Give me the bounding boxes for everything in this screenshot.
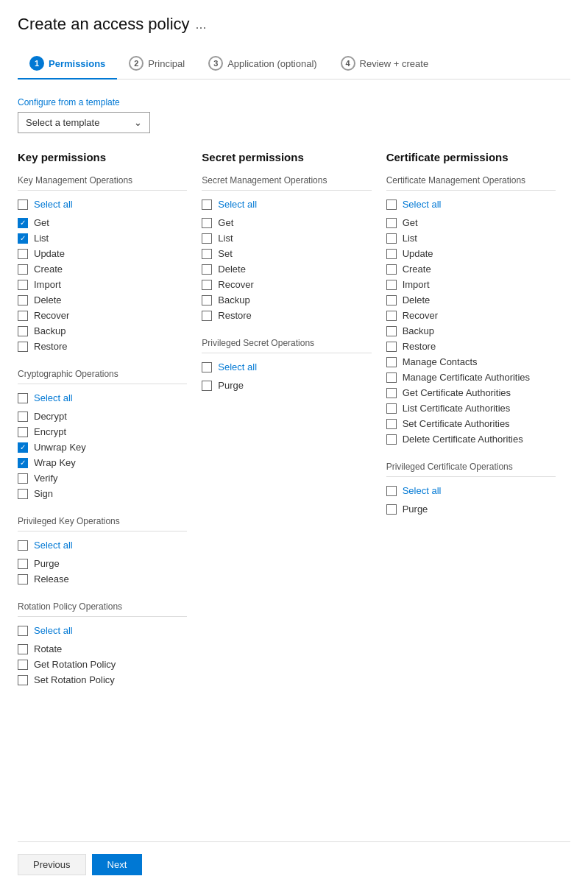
checkbox-label: Decrypt [34, 411, 67, 422]
page-container: Create an access policy ... 1Permissions… [0, 0, 588, 890]
previous-button[interactable]: Previous [18, 854, 86, 875]
checkbox-update[interactable] [386, 249, 397, 259]
next-button[interactable]: Next [92, 854, 143, 875]
checkbox-wrap-key[interactable] [18, 458, 28, 468]
tab-principal[interactable]: 2Principal [117, 49, 196, 80]
checkbox-release[interactable] [18, 574, 28, 584]
checkbox-row: Set Rotation Policy [18, 672, 187, 688]
checkbox-sign[interactable] [18, 489, 28, 499]
checkbox-label: Unwrap Key [34, 442, 86, 453]
checkbox-row: Recover [386, 308, 556, 323]
checkbox-row: Update [386, 246, 556, 261]
checkbox-recover[interactable] [18, 311, 28, 321]
checkbox-row: Get [386, 215, 556, 230]
checkbox-unwrap-key[interactable] [18, 442, 28, 453]
checkbox-list-certificate-authorities[interactable] [386, 403, 397, 414]
checkbox-delete[interactable] [202, 264, 212, 275]
checkbox-row: Decrypt [18, 409, 187, 424]
checkbox-row: Set Certificate Authorities [386, 416, 556, 431]
checkbox-encrypt[interactable] [18, 427, 28, 437]
checkbox-label: Update [403, 248, 433, 259]
checkbox-row: Purge [202, 378, 371, 393]
perm-col-title: Key permissions [18, 151, 187, 163]
checkbox-label: Backup [34, 325, 65, 336]
checkbox-set[interactable] [202, 249, 212, 259]
tab-application[interactable]: 3Application (optional) [196, 49, 328, 80]
checkbox-select-all[interactable] [202, 362, 212, 372]
checkbox-restore[interactable] [18, 342, 28, 352]
checkbox-get[interactable] [386, 218, 397, 228]
checkbox-delete[interactable] [386, 295, 397, 306]
checkbox-row: Create [18, 261, 187, 277]
perm-col-title: Secret permissions [202, 151, 371, 163]
checkbox-manage-certificate-authorities[interactable] [386, 372, 397, 383]
checkbox-rotate[interactable] [18, 644, 28, 654]
checkbox-import[interactable] [18, 280, 28, 290]
page-title-area: Create an access policy ... [18, 15, 570, 34]
checkbox-row: List [18, 230, 187, 246]
checkbox-label: Backup [403, 325, 434, 336]
checkbox-row: Create [386, 261, 556, 277]
tab-permissions[interactable]: 1Permissions [18, 49, 117, 80]
checkbox-label: List [218, 233, 233, 244]
checkbox-select-all[interactable] [18, 393, 28, 403]
section-group-3: Rotation Policy OperationsSelect allRota… [18, 601, 187, 688]
checkbox-get[interactable] [18, 218, 28, 228]
checkbox-recover[interactable] [202, 280, 212, 290]
checkbox-label: Get [34, 217, 49, 228]
checkbox-label: Wrap Key [34, 457, 76, 468]
checkbox-create[interactable] [18, 264, 28, 275]
checkbox-list[interactable] [18, 233, 28, 244]
checkbox-label: Recover [403, 310, 438, 321]
checkbox-create[interactable] [386, 264, 397, 275]
tab-num-permissions: 1 [29, 56, 44, 71]
checkbox-import[interactable] [386, 280, 397, 290]
checkbox-manage-contacts[interactable] [386, 357, 397, 367]
tab-review[interactable]: 4Review + create [329, 49, 441, 80]
checkbox-label: Rotate [34, 643, 62, 654]
checkbox-decrypt[interactable] [18, 412, 28, 422]
checkbox-select-all[interactable] [202, 199, 212, 210]
checkbox-backup[interactable] [202, 295, 212, 306]
checkbox-delete-certificate-authorities[interactable] [386, 434, 397, 445]
checkbox-backup[interactable] [18, 326, 28, 336]
checkbox-update[interactable] [18, 249, 28, 259]
checkbox-select-all[interactable] [386, 199, 397, 210]
checkbox-row: Release [18, 571, 187, 587]
checkbox-backup[interactable] [386, 326, 397, 336]
checkbox-restore[interactable] [386, 342, 397, 352]
checkbox-label: Update [34, 248, 65, 259]
checkbox-label: Create [403, 264, 431, 275]
checkbox-delete[interactable] [18, 295, 28, 306]
checkbox-recover[interactable] [386, 311, 397, 321]
tab-num-application: 3 [208, 56, 223, 71]
checkbox-restore[interactable] [202, 311, 212, 321]
checkbox-select-all[interactable] [386, 486, 397, 496]
checkbox-verify[interactable] [18, 473, 28, 484]
checkbox-select-all[interactable] [18, 540, 28, 551]
section-title: Secret Management Operations [202, 175, 371, 186]
checkbox-select-all[interactable] [18, 199, 28, 210]
checkbox-list[interactable] [202, 233, 212, 244]
checkbox-label: Purge [403, 504, 428, 515]
checkbox-row: List [202, 230, 371, 246]
section-group-1: Privileged Certificate OperationsSelect … [386, 462, 556, 517]
checkbox-row: Backup [18, 323, 187, 339]
checkbox-select-all[interactable] [18, 626, 28, 636]
checkbox-get-rotation-policy[interactable] [18, 660, 28, 670]
page-title-dots: ... [196, 17, 207, 32]
checkbox-label: List [34, 233, 49, 244]
checkbox-set-rotation-policy[interactable] [18, 675, 28, 685]
chevron-down-icon: ⌄ [134, 117, 142, 128]
checkbox-row: Wrap Key [18, 455, 187, 470]
template-select-dropdown[interactable]: Select a template ⌄ [18, 112, 150, 133]
checkbox-get-certificate-authorities[interactable] [386, 388, 397, 398]
checkbox-list[interactable] [386, 233, 397, 244]
checkbox-set-certificate-authorities[interactable] [386, 419, 397, 429]
checkbox-purge[interactable] [202, 381, 212, 391]
checkbox-purge[interactable] [18, 559, 28, 569]
checkbox-get[interactable] [202, 218, 212, 228]
checkbox-row: Select all [202, 359, 371, 375]
section-divider [202, 353, 371, 353]
checkbox-purge[interactable] [386, 504, 397, 515]
